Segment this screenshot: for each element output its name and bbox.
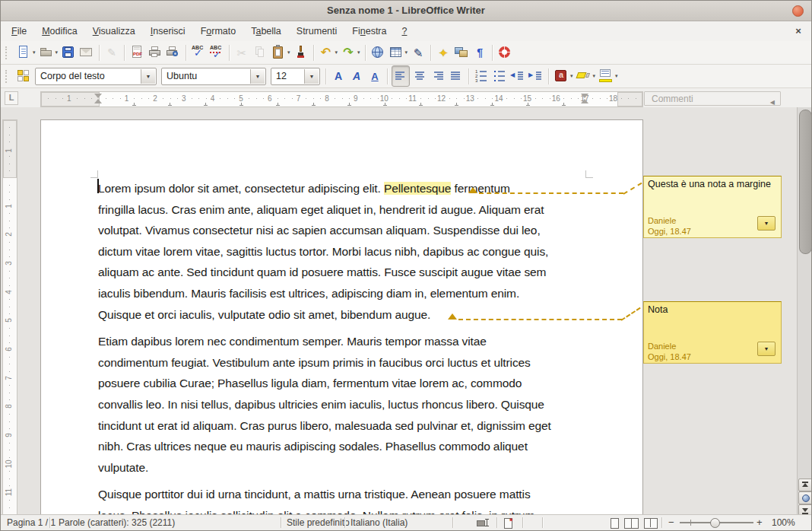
export-pdf-button[interactable]: PDF	[128, 43, 145, 62]
title-bar[interactable]: Senza nome 1 - LibreOffice Writer	[1, 1, 811, 21]
zoom-out-button[interactable]: −	[668, 515, 674, 530]
zoom-slider-thumb[interactable]	[710, 518, 720, 528]
size-combobox-value: 12	[276, 71, 287, 81]
styles-button[interactable]	[15, 66, 32, 86]
comment-highlighted-word[interactable]: Pellentesque	[384, 182, 451, 195]
menu-inserisci[interactable]: Inserisci	[143, 24, 193, 39]
toolbar-grip[interactable]	[5, 70, 11, 83]
dropdown-arrow-icon[interactable]: ▾	[405, 49, 408, 56]
underline-button[interactable]: A	[366, 66, 383, 86]
save-button[interactable]	[60, 43, 77, 62]
table-button[interactable]: ▾	[388, 43, 409, 62]
left-indent-marker[interactable]	[94, 99, 102, 103]
language-status[interactable]: Italiano (Italia)	[350, 515, 408, 530]
align-center-button[interactable]	[411, 66, 428, 86]
navigation-button[interactable]	[798, 491, 812, 504]
paragraph[interactable]: Quisque porttitor dui id urna tincidunt,…	[98, 484, 588, 517]
bold-button[interactable]: A	[330, 66, 347, 86]
new-document-button[interactable]: ▾	[15, 43, 36, 62]
font-combobox[interactable]: Ubuntu▼	[161, 68, 266, 85]
close-document-icon[interactable]: ×	[791, 24, 805, 38]
dropdown-arrow-icon[interactable]: ▾	[615, 73, 618, 79]
open-button[interactable]: ▾	[38, 43, 59, 62]
paste-button[interactable]: ▾	[270, 43, 291, 62]
navigator-button[interactable]: ✦	[435, 43, 452, 62]
right-indent-marker[interactable]	[581, 94, 588, 98]
menu-formato[interactable]: Formato	[193, 24, 244, 39]
formatting-marks-button[interactable]: ¶	[471, 43, 488, 62]
chevron-down-icon[interactable]: ▼	[304, 69, 319, 84]
window-close-icon[interactable]	[792, 5, 804, 17]
help-button[interactable]	[496, 43, 513, 62]
tab-stop-selector[interactable]: L	[5, 91, 18, 105]
dropdown-arrow-icon[interactable]: ▾	[33, 49, 36, 56]
email-button[interactable]	[78, 43, 95, 62]
page-style-status[interactable]: Stile predefinito	[287, 515, 350, 530]
dropdown-arrow-icon[interactable]: ▾	[287, 49, 290, 56]
dropdown-arrow-icon[interactable]: ▾	[570, 73, 573, 79]
decrease-indent-button[interactable]: ◀	[509, 66, 526, 86]
dropdown-arrow-icon[interactable]: ▾	[56, 49, 59, 56]
justify-button[interactable]	[448, 66, 465, 86]
dropdown-arrow-icon[interactable]: ▾	[357, 49, 360, 56]
comments-header-button[interactable]: Commenti ◀	[644, 91, 781, 106]
note-menu-button[interactable]: ▼	[757, 342, 776, 356]
spellcheck-button[interactable]: ABC✓	[190, 43, 207, 62]
zoom-in-button[interactable]: +	[756, 515, 763, 530]
note-text[interactable]: Questa è una nota a margine	[648, 179, 771, 189]
style-combobox[interactable]: Corpo del testo▼	[35, 68, 157, 85]
horizontal-ruler[interactable]: 1123456789101112131415161718	[40, 91, 643, 107]
document-page[interactable]: Lorem ipsum dolor sit amet, consectetur …	[40, 119, 643, 517]
margin-note[interactable]: NotaDanieleOggi, 18.47▼	[643, 301, 782, 364]
numbered-list-button[interactable]: 123	[473, 66, 490, 86]
bullet-list-button[interactable]	[491, 66, 508, 86]
vertical-ruler[interactable]: 11234567891011	[2, 119, 17, 517]
highlighting-button[interactable]: ▾	[576, 66, 597, 86]
size-combobox[interactable]: 12▼	[271, 68, 320, 85]
dropdown-arrow-icon[interactable]: ▾	[335, 49, 338, 56]
menu-file[interactable]: File	[4, 24, 34, 39]
zoom-level[interactable]: 100%	[772, 515, 795, 530]
align-left-button[interactable]	[392, 65, 410, 87]
clone-formatting-button[interactable]	[293, 43, 309, 62]
document-text[interactable]: Lorem ipsum dolor sit amet, consectetur …	[98, 178, 588, 517]
chevron-down-icon[interactable]: ▼	[141, 69, 155, 84]
hyperlink-button[interactable]	[370, 43, 386, 62]
italic-button[interactable]: A	[348, 66, 365, 86]
gallery-button[interactable]	[453, 43, 470, 62]
menu-strumenti[interactable]: Strumenti	[289, 24, 345, 39]
previous-page-button[interactable]	[798, 479, 812, 491]
chevron-down-icon[interactable]: ▼	[250, 69, 265, 84]
italic-icon: A	[349, 68, 364, 84]
auto-spellcheck-button[interactable]: ABC✓	[208, 43, 225, 62]
toolbar-grip[interactable]	[5, 46, 11, 59]
comment-anchor-icon[interactable]	[448, 313, 457, 320]
draw-functions-button[interactable]: ✎	[410, 43, 427, 62]
vertical-scrollbar[interactable]	[797, 107, 812, 517]
dropdown-arrow-icon[interactable]: ▾	[593, 73, 596, 79]
page-number-status[interactable]: Pagina 1 / 1	[7, 515, 56, 530]
align-right-button[interactable]	[430, 66, 446, 86]
word-count-status[interactable]: Parole (caratteri): 325 (2211)	[59, 515, 175, 530]
paragraph[interactable]: Etiam dapibus lorem nec condimentum semp…	[98, 331, 588, 478]
undo-button[interactable]: ↶▾	[318, 43, 339, 62]
redo-button[interactable]: ↷▾	[340, 43, 361, 62]
print-button[interactable]	[147, 43, 163, 62]
comment-anchor-icon[interactable]	[468, 187, 477, 193]
margin-note[interactable]: Questa è una nota a margineDanieleOggi, …	[643, 176, 782, 238]
background-color-button[interactable]: ▾	[598, 66, 619, 86]
menu-tabella[interactable]: Tabella	[243, 24, 289, 39]
right-indent-marker[interactable]	[581, 99, 588, 103]
menu-modifica[interactable]: Modifica	[34, 24, 85, 39]
paragraph[interactable]: Lorem ipsum dolor sit amet, consectetur …	[98, 178, 588, 325]
note-text[interactable]: Nota	[648, 304, 668, 315]
note-menu-button[interactable]: ▼	[757, 216, 776, 231]
print-preview-button[interactable]	[165, 43, 182, 62]
menu-help[interactable]: ?	[394, 24, 414, 39]
font-color-button[interactable]: a▾	[553, 66, 574, 86]
menu-visualizza[interactable]: Visualizza	[85, 24, 143, 39]
left-indent-marker[interactable]	[94, 94, 102, 98]
increase-indent-button[interactable]: ▶	[528, 66, 544, 86]
menu-finestra[interactable]: Finestra	[344, 24, 394, 39]
scrollbar-thumb[interactable]	[799, 110, 812, 254]
